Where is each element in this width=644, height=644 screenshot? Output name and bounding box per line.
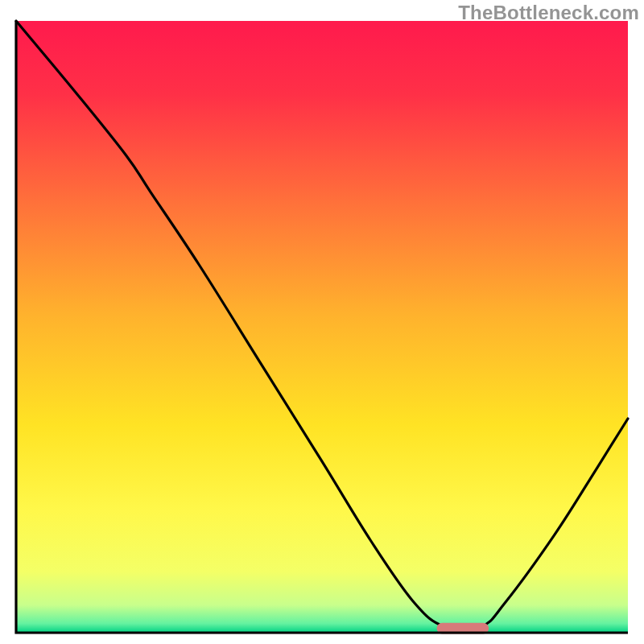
watermark-text: TheBottleneck.com bbox=[458, 2, 639, 24]
bottleneck-chart bbox=[0, 0, 644, 644]
plot-group bbox=[16, 21, 628, 634]
gradient-background bbox=[16, 21, 628, 633]
chart-stage: TheBottleneck.com bbox=[0, 0, 644, 644]
